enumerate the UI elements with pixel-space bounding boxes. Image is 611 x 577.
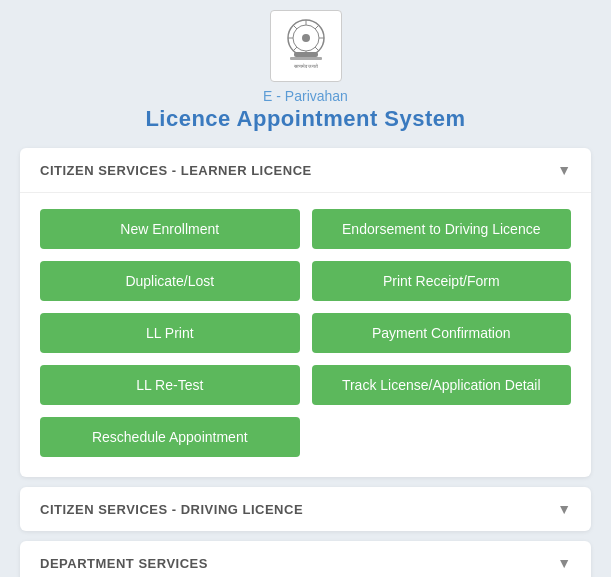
button-grid-learner: New Enrollment Endorsement to Driving Li… xyxy=(40,209,571,457)
section-learner-licence-header[interactable]: CITIZEN SERVICES - LEARNER LICENCE ▼ xyxy=(20,148,591,192)
chevron-down-icon-2: ▼ xyxy=(557,501,571,517)
track-license-button[interactable]: Track License/Application Detail xyxy=(312,365,572,405)
section-department-services-title: DEPARTMENT SERVICES xyxy=(40,556,208,571)
header: सत्यमेव जयते E - Parivahan Licence Appoi… xyxy=(145,10,465,132)
svg-line-7 xyxy=(293,25,297,29)
section-driving-licence-title: CITIZEN SERVICES - DRIVING LICENCE xyxy=(40,502,303,517)
chevron-down-icon: ▼ xyxy=(557,162,571,178)
svg-line-8 xyxy=(315,47,319,51)
svg-rect-11 xyxy=(294,52,318,57)
section-driving-licence-header[interactable]: CITIZEN SERVICES - DRIVING LICENCE ▼ xyxy=(20,487,591,531)
app-name: E - Parivahan xyxy=(263,88,348,104)
reschedule-button[interactable]: Reschedule Appointment xyxy=(40,417,300,457)
svg-text:सत्यमेव जयते: सत्यमेव जयते xyxy=(292,63,317,69)
section-driving-licence: CITIZEN SERVICES - DRIVING LICENCE ▼ xyxy=(20,487,591,531)
section-department-services-header[interactable]: DEPARTMENT SERVICES ▼ xyxy=(20,541,591,577)
emblem-svg: सत्यमेव जयते xyxy=(278,16,334,76)
ll-print-button[interactable]: LL Print xyxy=(40,313,300,353)
page-container: सत्यमेव जयते E - Parivahan Licence Appoi… xyxy=(0,0,611,577)
duplicate-lost-button[interactable]: Duplicate/Lost xyxy=(40,261,300,301)
endorsement-button[interactable]: Endorsement to Driving Licence xyxy=(312,209,572,249)
svg-point-2 xyxy=(302,34,310,42)
logo-emblem: सत्यमेव जयते xyxy=(270,10,342,82)
payment-confirmation-button[interactable]: Payment Confirmation xyxy=(312,313,572,353)
svg-line-10 xyxy=(293,47,297,51)
new-enrollment-button[interactable]: New Enrollment xyxy=(40,209,300,249)
section-learner-licence-title: CITIZEN SERVICES - LEARNER LICENCE xyxy=(40,163,312,178)
svg-rect-12 xyxy=(290,57,322,60)
section-learner-licence-body: New Enrollment Endorsement to Driving Li… xyxy=(20,192,591,477)
print-receipt-button[interactable]: Print Receipt/Form xyxy=(312,261,572,301)
section-learner-licence: CITIZEN SERVICES - LEARNER LICENCE ▼ New… xyxy=(20,148,591,477)
section-department-services: DEPARTMENT SERVICES ▼ xyxy=(20,541,591,577)
ll-retest-button[interactable]: LL Re-Test xyxy=(40,365,300,405)
chevron-down-icon-3: ▼ xyxy=(557,555,571,571)
app-title: Licence Appointment System xyxy=(145,106,465,132)
svg-line-9 xyxy=(315,25,319,29)
